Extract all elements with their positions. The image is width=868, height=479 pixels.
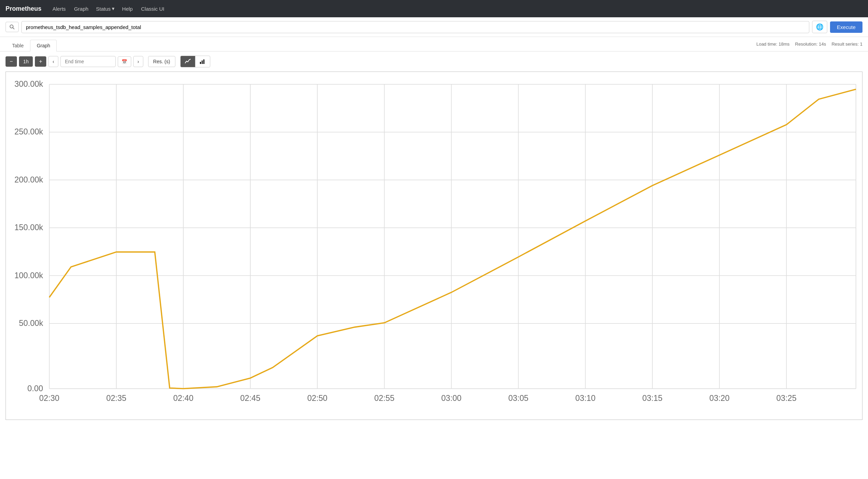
end-time-input[interactable] [60, 56, 116, 67]
search-icon [9, 24, 15, 30]
chart-type-group [180, 56, 210, 67]
svg-text:50.00k: 50.00k [19, 319, 43, 328]
globe-icon: 🌐 [816, 24, 823, 30]
tab-table[interactable]: Table [6, 40, 30, 51]
bar-chart-icon [200, 58, 206, 65]
nav-graph[interactable]: Graph [73, 4, 89, 13]
svg-text:02:40: 02:40 [173, 394, 193, 403]
result-series: Result series: 1 [831, 41, 862, 47]
line-chart-icon [185, 58, 191, 65]
svg-text:03:00: 03:00 [441, 394, 461, 403]
calendar-button[interactable]: 📅 [118, 56, 131, 67]
nav-status-dropdown[interactable]: Status ▾ [96, 6, 115, 12]
svg-text:03:10: 03:10 [575, 394, 595, 403]
resolution-button[interactable]: Res. (s) [148, 56, 175, 67]
svg-text:200.00k: 200.00k [15, 175, 43, 184]
navbar: Prometheus Alerts Graph Status ▾ Help Cl… [0, 0, 868, 17]
tabs-area: Table Graph Load time: 18ms Resolution: … [0, 37, 868, 51]
duration-increase-button[interactable]: + [35, 56, 46, 67]
svg-rect-2 [200, 62, 201, 64]
load-time: Load time: 18ms [756, 41, 790, 47]
graph-controls: − 1h + ‹ 📅 › Res. (s) [0, 51, 868, 72]
tab-graph[interactable]: Graph [30, 40, 57, 51]
svg-text:03:15: 03:15 [642, 394, 662, 403]
svg-text:03:20: 03:20 [709, 394, 729, 403]
svg-text:0.00: 0.00 [27, 384, 43, 393]
time-prev-button[interactable]: ‹ [48, 56, 58, 67]
tab-group: Table Graph [6, 40, 57, 51]
nav-status-caret: ▾ [112, 6, 115, 12]
svg-text:02:30: 02:30 [39, 394, 59, 403]
svg-text:02:55: 02:55 [374, 394, 394, 403]
nav-status-label: Status [96, 6, 111, 12]
app-brand: Prometheus [6, 5, 41, 12]
execute-button[interactable]: Execute [830, 21, 862, 33]
svg-text:02:35: 02:35 [106, 394, 126, 403]
nav-alerts[interactable]: Alerts [52, 4, 66, 13]
svg-text:02:50: 02:50 [307, 394, 327, 403]
nav-classic-ui[interactable]: Classic UI [140, 4, 165, 13]
svg-text:03:05: 03:05 [508, 394, 528, 403]
graph-container: .grid-line { stroke: #ddd; stroke-width:… [0, 72, 868, 425]
svg-text:100.00k: 100.00k [15, 271, 43, 280]
search-bar: 🌐 Execute [0, 17, 868, 37]
svg-rect-4 [203, 59, 204, 64]
globe-button[interactable]: 🌐 [812, 21, 827, 33]
query-input[interactable] [21, 21, 809, 33]
svg-text:03:25: 03:25 [777, 394, 797, 403]
svg-text:150.00k: 150.00k [15, 223, 43, 232]
calendar-icon: 📅 [122, 59, 127, 64]
bar-chart-button[interactable] [195, 56, 210, 67]
svg-text:02:45: 02:45 [240, 394, 260, 403]
chart-wrap: .grid-line { stroke: #ddd; stroke-width:… [6, 72, 862, 420]
line-chart-button[interactable] [181, 56, 195, 67]
svg-line-1 [13, 28, 14, 29]
svg-rect-3 [202, 60, 203, 64]
meta-info: Load time: 18ms Resolution: 14s Result s… [756, 41, 862, 49]
svg-text:300.00k: 300.00k [15, 79, 43, 88]
chart-svg: .grid-line { stroke: #ddd; stroke-width:… [6, 72, 862, 420]
svg-text:250.00k: 250.00k [15, 128, 43, 137]
duration-label: 1h [19, 56, 33, 67]
nav-help[interactable]: Help [122, 4, 134, 13]
time-next-button[interactable]: › [133, 56, 143, 67]
duration-decrease-button[interactable]: − [6, 56, 17, 67]
resolution: Resolution: 14s [795, 41, 826, 47]
search-button[interactable] [6, 22, 19, 32]
